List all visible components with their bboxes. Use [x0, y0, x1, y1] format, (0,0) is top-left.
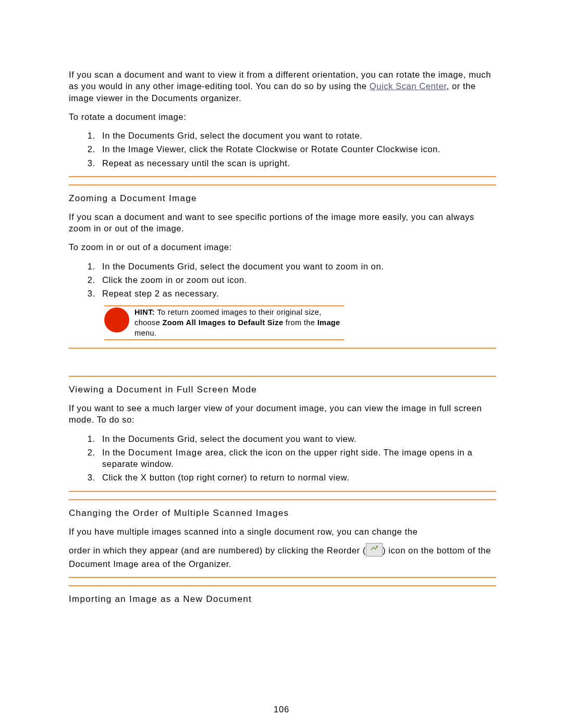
section-divider	[69, 184, 496, 186]
fullscreen-intro: If you want to see a much larger view of…	[69, 402, 496, 426]
hint-strong2: Image	[317, 318, 340, 327]
list-item: Click the zoom in or zoom out icon.	[98, 274, 496, 286]
list-item: In the Document Image area, click the ic…	[98, 447, 496, 470]
fs-step3-a: Click the	[102, 473, 141, 482]
section-divider	[69, 376, 496, 377]
quick-scan-center-link[interactable]: Quick Scan Center	[370, 81, 447, 91]
list-item: In the Documents Grid, select the docume…	[98, 261, 496, 272]
hint-c: menu.	[134, 329, 156, 337]
list-item: Click the X button (top right corner) to…	[98, 472, 496, 483]
reorder-heading: Changing the Order of Multiple Scanned I…	[69, 508, 496, 520]
rotate-intro: If you scan a document and want to view …	[69, 69, 496, 104]
reorder-p2-a: order in which they appear (and are numb…	[69, 546, 366, 555]
fs-step2-strong: Document Image	[128, 448, 202, 457]
fs-step2-a: In the	[102, 448, 128, 457]
hint-label: HINT:	[134, 308, 155, 316]
document-page: If you scan a document and want to view …	[0, 0, 563, 728]
zoom-intro: If you scan a document and want to see s…	[69, 211, 496, 235]
zoom-lead: To zoom in or out of a document image:	[69, 241, 496, 253]
reorder-p2: order in which they appear (and are numb…	[69, 545, 496, 570]
section-divider	[69, 577, 496, 578]
fullscreen-steps: In the Documents Grid, select the docume…	[69, 433, 496, 484]
fullscreen-heading: Viewing a Document in Full Screen Mode	[69, 384, 496, 396]
reorder-icon	[366, 543, 383, 557]
section-divider	[69, 499, 496, 500]
fs-step3-x: X	[141, 473, 147, 482]
rotate-lead: To rotate a document image:	[69, 111, 496, 122]
import-heading: Importing an Image as a New Document	[69, 594, 496, 606]
zoom-heading: Zooming a Document Image	[69, 193, 496, 205]
section-divider	[69, 491, 496, 492]
list-item: In the Documents Grid, select the docume…	[98, 130, 496, 141]
section-divider	[69, 176, 496, 177]
rotate-steps: In the Documents Grid, select the docume…	[69, 130, 496, 169]
section-divider	[69, 348, 496, 349]
list-item: Repeat as necessary until the scan is up…	[98, 157, 496, 169]
section-divider	[69, 585, 496, 586]
reorder-p1: If you have multiple images scanned into…	[69, 526, 496, 537]
list-item: In the Image Viewer, click the Rotate Cl…	[98, 143, 496, 155]
page-number: 106	[0, 705, 563, 714]
hint-icon	[104, 307, 129, 332]
fs-step3-b: button (top right corner) to return to n…	[146, 473, 349, 482]
hint-strong: Zoom All Images to Default Size	[163, 318, 284, 327]
list-item: In the Documents Grid, select the docume…	[98, 433, 496, 445]
zoom-steps: In the Documents Grid, select the docume…	[69, 261, 496, 300]
list-item: Repeat step 2 as necessary.	[98, 288, 496, 299]
hint-text: HINT: To return zoomed images to their o…	[134, 307, 344, 338]
hint-block: HINT: To return zoomed images to their o…	[104, 305, 344, 340]
hint-b: from the	[283, 318, 317, 327]
